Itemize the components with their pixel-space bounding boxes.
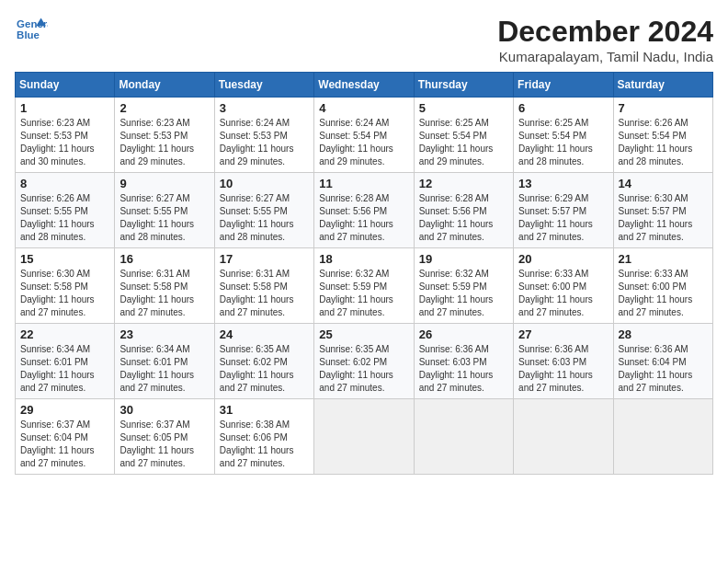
day-number: 13 bbox=[518, 177, 608, 190]
day-number: 15 bbox=[20, 252, 109, 266]
calendar-cell: 28 Sunrise: 6:36 AMSunset: 6:04 PMDaylig… bbox=[613, 324, 712, 399]
weekday-header: Saturday bbox=[613, 73, 712, 98]
day-number: 25 bbox=[319, 327, 408, 341]
calendar-cell: 22 Sunrise: 6:34 AMSunset: 6:01 PMDaylig… bbox=[16, 324, 115, 399]
day-detail: Sunrise: 6:26 AMSunset: 5:54 PMDaylight:… bbox=[619, 118, 693, 167]
day-number: 22 bbox=[20, 327, 109, 341]
calendar-cell bbox=[414, 399, 513, 475]
day-detail: Sunrise: 6:23 AMSunset: 5:53 PMDaylight:… bbox=[20, 118, 95, 167]
title-block: December 2024 Kumarapalayam, Tamil Nadu,… bbox=[497, 15, 713, 64]
day-number: 1 bbox=[20, 101, 109, 115]
day-detail: Sunrise: 6:36 AMSunset: 6:04 PMDaylight:… bbox=[619, 344, 693, 393]
calendar-cell: 2 Sunrise: 6:23 AMSunset: 5:53 PMDayligh… bbox=[115, 98, 214, 173]
location: Kumarapalayam, Tamil Nadu, India bbox=[497, 49, 713, 64]
day-detail: Sunrise: 6:24 AMSunset: 5:53 PMDaylight:… bbox=[220, 118, 294, 167]
calendar-cell: 19 Sunrise: 6:32 AMSunset: 5:59 PMDaylig… bbox=[414, 248, 513, 324]
day-number: 29 bbox=[20, 403, 109, 417]
calendar-cell: 31 Sunrise: 6:38 AMSunset: 6:06 PMDaylig… bbox=[214, 399, 313, 475]
day-number: 12 bbox=[419, 177, 508, 190]
calendar-cell: 27 Sunrise: 6:36 AMSunset: 6:03 PMDaylig… bbox=[514, 324, 613, 399]
calendar-cell: 15 Sunrise: 6:30 AMSunset: 5:58 PMDaylig… bbox=[16, 248, 115, 324]
calendar-cell: 21 Sunrise: 6:33 AMSunset: 6:00 PMDaylig… bbox=[613, 248, 712, 324]
calendar-week-row: 29 Sunrise: 6:37 AMSunset: 6:04 PMDaylig… bbox=[16, 399, 713, 475]
day-detail: Sunrise: 6:27 AMSunset: 5:55 PMDaylight:… bbox=[220, 193, 294, 242]
calendar-week-row: 8 Sunrise: 6:26 AMSunset: 5:55 PMDayligh… bbox=[16, 173, 713, 248]
day-detail: Sunrise: 6:38 AMSunset: 6:06 PMDaylight:… bbox=[220, 419, 294, 468]
day-detail: Sunrise: 6:37 AMSunset: 6:05 PMDaylight:… bbox=[119, 419, 194, 468]
calendar-week-row: 1 Sunrise: 6:23 AMSunset: 5:53 PMDayligh… bbox=[16, 98, 713, 173]
weekday-header: Thursday bbox=[414, 73, 513, 98]
day-detail: Sunrise: 6:25 AMSunset: 5:54 PMDaylight:… bbox=[419, 118, 494, 167]
calendar-cell: 26 Sunrise: 6:36 AMSunset: 6:03 PMDaylig… bbox=[414, 324, 513, 399]
day-detail: Sunrise: 6:26 AMSunset: 5:55 PMDaylight:… bbox=[20, 193, 95, 242]
day-detail: Sunrise: 6:28 AMSunset: 5:56 PMDaylight:… bbox=[419, 193, 494, 242]
day-number: 3 bbox=[220, 101, 309, 115]
day-number: 28 bbox=[619, 327, 708, 341]
weekday-header: Tuesday bbox=[214, 73, 313, 98]
calendar-cell: 30 Sunrise: 6:37 AMSunset: 6:05 PMDaylig… bbox=[115, 399, 214, 475]
day-detail: Sunrise: 6:36 AMSunset: 6:03 PMDaylight:… bbox=[419, 344, 494, 393]
day-number: 21 bbox=[619, 252, 708, 266]
calendar-cell: 10 Sunrise: 6:27 AMSunset: 5:55 PMDaylig… bbox=[214, 173, 313, 248]
calendar-cell: 13 Sunrise: 6:29 AMSunset: 5:57 PMDaylig… bbox=[514, 173, 613, 248]
calendar-cell: 24 Sunrise: 6:35 AMSunset: 6:02 PMDaylig… bbox=[214, 324, 313, 399]
weekday-header: Wednesday bbox=[314, 73, 414, 98]
weekday-header: Sunday bbox=[16, 73, 115, 98]
day-number: 27 bbox=[518, 327, 608, 341]
day-number: 24 bbox=[220, 327, 309, 341]
calendar-cell: 14 Sunrise: 6:30 AMSunset: 5:57 PMDaylig… bbox=[613, 173, 712, 248]
day-number: 23 bbox=[119, 327, 209, 341]
calendar-cell: 23 Sunrise: 6:34 AMSunset: 6:01 PMDaylig… bbox=[115, 324, 214, 399]
day-number: 14 bbox=[619, 177, 708, 190]
day-detail: Sunrise: 6:37 AMSunset: 6:04 PMDaylight:… bbox=[20, 419, 95, 468]
day-detail: Sunrise: 6:30 AMSunset: 5:58 PMDaylight:… bbox=[20, 269, 95, 317]
day-number: 18 bbox=[319, 252, 408, 266]
day-number: 17 bbox=[220, 252, 309, 266]
calendar-table: SundayMondayTuesdayWednesdayThursdayFrid… bbox=[15, 72, 713, 475]
calendar-cell bbox=[514, 399, 613, 475]
calendar-cell: 16 Sunrise: 6:31 AMSunset: 5:58 PMDaylig… bbox=[115, 248, 214, 324]
calendar-cell: 18 Sunrise: 6:32 AMSunset: 5:59 PMDaylig… bbox=[314, 248, 414, 324]
day-detail: Sunrise: 6:23 AMSunset: 5:53 PMDaylight:… bbox=[119, 118, 194, 167]
weekday-header-row: SundayMondayTuesdayWednesdayThursdayFrid… bbox=[16, 73, 713, 98]
calendar-cell bbox=[314, 399, 414, 475]
calendar-cell: 7 Sunrise: 6:26 AMSunset: 5:54 PMDayligh… bbox=[613, 98, 712, 173]
weekday-header: Friday bbox=[514, 73, 613, 98]
day-number: 2 bbox=[119, 101, 209, 115]
calendar-cell: 17 Sunrise: 6:31 AMSunset: 5:58 PMDaylig… bbox=[214, 248, 313, 324]
page-header: General Blue December 2024 Kumarapalayam… bbox=[15, 15, 713, 64]
month-title: December 2024 bbox=[497, 15, 713, 49]
day-detail: Sunrise: 6:34 AMSunset: 6:01 PMDaylight:… bbox=[20, 344, 95, 393]
calendar-cell: 1 Sunrise: 6:23 AMSunset: 5:53 PMDayligh… bbox=[16, 98, 115, 173]
day-detail: Sunrise: 6:28 AMSunset: 5:56 PMDaylight:… bbox=[319, 193, 393, 242]
day-detail: Sunrise: 6:35 AMSunset: 6:02 PMDaylight:… bbox=[319, 344, 393, 393]
day-number: 8 bbox=[20, 177, 109, 190]
day-number: 11 bbox=[319, 177, 408, 190]
calendar-week-row: 22 Sunrise: 6:34 AMSunset: 6:01 PMDaylig… bbox=[16, 324, 713, 399]
day-detail: Sunrise: 6:30 AMSunset: 5:57 PMDaylight:… bbox=[619, 193, 693, 242]
calendar-cell: 5 Sunrise: 6:25 AMSunset: 5:54 PMDayligh… bbox=[414, 98, 513, 173]
day-detail: Sunrise: 6:29 AMSunset: 5:57 PMDaylight:… bbox=[518, 193, 593, 242]
day-detail: Sunrise: 6:27 AMSunset: 5:55 PMDaylight:… bbox=[119, 193, 194, 242]
day-detail: Sunrise: 6:32 AMSunset: 5:59 PMDaylight:… bbox=[419, 269, 494, 317]
day-number: 9 bbox=[119, 177, 209, 190]
calendar-cell bbox=[613, 399, 712, 475]
day-detail: Sunrise: 6:25 AMSunset: 5:54 PMDaylight:… bbox=[518, 118, 593, 167]
day-number: 30 bbox=[119, 403, 209, 417]
day-detail: Sunrise: 6:31 AMSunset: 5:58 PMDaylight:… bbox=[220, 269, 294, 317]
day-detail: Sunrise: 6:31 AMSunset: 5:58 PMDaylight:… bbox=[119, 269, 194, 317]
logo-icon: General Blue bbox=[15, 15, 48, 42]
calendar-cell: 12 Sunrise: 6:28 AMSunset: 5:56 PMDaylig… bbox=[414, 173, 513, 248]
day-detail: Sunrise: 6:33 AMSunset: 6:00 PMDaylight:… bbox=[518, 269, 593, 317]
day-detail: Sunrise: 6:32 AMSunset: 5:59 PMDaylight:… bbox=[319, 269, 393, 317]
weekday-header: Monday bbox=[115, 73, 214, 98]
day-number: 10 bbox=[220, 177, 309, 190]
calendar-cell: 4 Sunrise: 6:24 AMSunset: 5:54 PMDayligh… bbox=[314, 98, 414, 173]
calendar-cell: 3 Sunrise: 6:24 AMSunset: 5:53 PMDayligh… bbox=[214, 98, 313, 173]
logo: General Blue bbox=[15, 15, 48, 42]
day-number: 20 bbox=[518, 252, 608, 266]
day-number: 6 bbox=[518, 101, 608, 115]
calendar-cell: 8 Sunrise: 6:26 AMSunset: 5:55 PMDayligh… bbox=[16, 173, 115, 248]
day-number: 5 bbox=[419, 101, 508, 115]
calendar-cell: 9 Sunrise: 6:27 AMSunset: 5:55 PMDayligh… bbox=[115, 173, 214, 248]
